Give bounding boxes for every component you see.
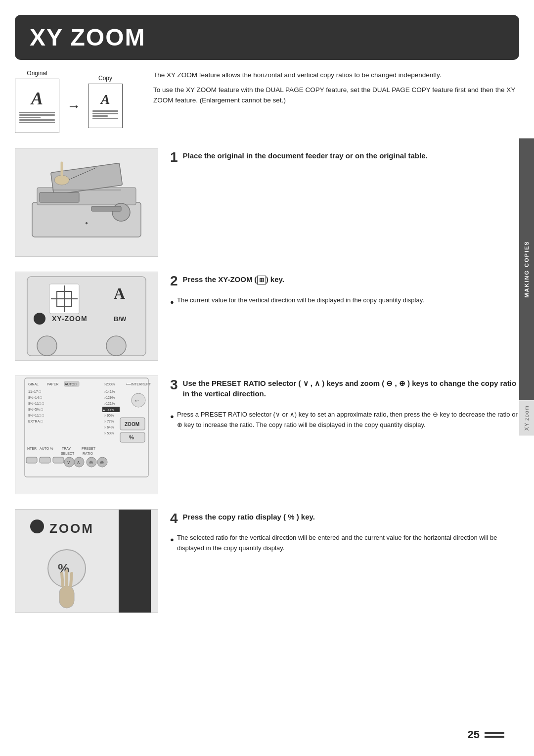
right-sidebar: MAKING COPIES XY zoom xyxy=(519,139,534,435)
step-2-content: 2 Press the XY-ZOOM (⊞) key. ● The curre… xyxy=(170,272,519,311)
doc-line xyxy=(92,113,118,114)
svg-text:⟵INTERRUPT: ⟵INTERRUPT xyxy=(126,382,151,386)
svg-text:●: ● xyxy=(85,220,88,226)
svg-text:8½×5½ □: 8½×5½ □ xyxy=(28,408,43,411)
original-doc: A xyxy=(15,79,59,133)
svg-line-76 xyxy=(71,573,72,586)
step-3-image: GINAL PAPER AUTO□ ○200% ⟵INTERRUPT 11×17… xyxy=(15,376,158,494)
desc-para-2: To use the XY ZOOM feature with the DUAL… xyxy=(153,85,519,106)
original-letter: A xyxy=(31,88,43,109)
svg-text:A: A xyxy=(114,284,125,302)
step-2-bullet-1: ● The current value for the vertical dir… xyxy=(170,295,519,308)
svg-rect-68 xyxy=(119,509,151,613)
doc-line xyxy=(19,117,41,118)
svg-line-74 xyxy=(62,573,63,586)
svg-text:GINAL: GINAL xyxy=(28,382,39,386)
copy-label: Copy xyxy=(98,75,112,82)
svg-text:○ 95%: ○ 95% xyxy=(104,414,114,417)
svg-text:B/W: B/W xyxy=(114,315,127,323)
doc-line xyxy=(19,112,55,113)
svg-text:○ 50%: ○ 50% xyxy=(104,431,114,435)
zoom-svg: ZOOM % xyxy=(22,509,151,613)
svg-text:NTER: NTER xyxy=(27,447,37,450)
svg-text:↩: ↩ xyxy=(135,398,139,403)
svg-text:○129%: ○129% xyxy=(104,396,115,399)
svg-rect-57 xyxy=(40,457,50,463)
step-2-header: 2 Press the XY-ZOOM (⊞) key. xyxy=(170,274,519,290)
ctrl-panel-svg: GINAL PAPER AUTO□ ○200% ⟵INTERRUPT 11×17… xyxy=(22,376,151,494)
svg-text:8½×11□ □: 8½×11□ □ xyxy=(28,402,44,405)
xy-zoom-svg: XY-ZOOM A B/W xyxy=(22,272,151,361)
svg-text:ZOOM: ZOOM xyxy=(49,521,94,536)
svg-text:∨: ∨ xyxy=(67,460,70,465)
step-3-header: 3 Use the PRESET RATIO selector ( ∨ , ∧ … xyxy=(170,378,519,405)
top-section: Original A → Copy A xyxy=(15,70,519,133)
doc-line xyxy=(92,118,118,119)
copy-lines xyxy=(92,109,118,120)
step-2-number: 2 xyxy=(170,274,178,288)
step-2-title: Press the XY-ZOOM (⊞) key. xyxy=(183,274,284,284)
step-4-content: 4 Press the copy ratio display ( % ) key… xyxy=(170,509,519,557)
page-bar-top xyxy=(485,732,504,734)
doc-line xyxy=(92,115,108,117)
svg-text:AUTO□: AUTO□ xyxy=(65,382,77,386)
svg-rect-58 xyxy=(53,457,64,463)
page-title: XY ZOOM xyxy=(30,24,504,51)
svg-text:8½×14 □: 8½×14 □ xyxy=(28,396,43,399)
doc-line xyxy=(92,110,118,112)
bullet-icon: ● xyxy=(170,412,174,430)
step-3-section: GINAL PAPER AUTO□ ○200% ⟵INTERRUPT 11×17… xyxy=(15,376,519,494)
svg-text:AUTO %: AUTO % xyxy=(40,447,53,450)
step-4-bullet-1: ● The selected ratio for the vertical di… xyxy=(170,533,519,554)
page-header: XY ZOOM xyxy=(15,15,519,60)
svg-text:⊖: ⊖ xyxy=(89,460,93,465)
svg-point-20 xyxy=(37,336,57,356)
bullet-icon: ● xyxy=(170,297,174,308)
svg-rect-56 xyxy=(26,457,37,463)
svg-text:⊕: ⊕ xyxy=(100,460,104,465)
page-bar-bottom xyxy=(485,736,504,738)
svg-text:PRESET: PRESET xyxy=(82,447,96,450)
step-1-content: 1 Place the original in the document fee… xyxy=(170,148,519,172)
step-1-section: ● 1 Place the original in the document f… xyxy=(15,148,519,257)
svg-text:XY-ZOOM: XY-ZOOM xyxy=(52,315,88,323)
step-2-image: XY-ZOOM A B/W xyxy=(15,272,158,361)
svg-text:○ 77%: ○ 77% xyxy=(104,420,114,423)
sidebar-xy-zoom: XY zoom xyxy=(519,400,534,435)
svg-text:○141%: ○141% xyxy=(104,390,115,393)
svg-text:○ 64%: ○ 64% xyxy=(104,425,114,429)
sidebar-making-copies: MAKING COPIES xyxy=(519,139,534,400)
svg-rect-8 xyxy=(91,206,121,211)
step-4-section: ZOOM % 4 Press the copy ratio display ( … xyxy=(15,509,519,613)
step-3-number: 3 xyxy=(170,378,178,392)
svg-text:RATIO: RATIO xyxy=(83,452,93,455)
svg-text:∧: ∧ xyxy=(77,460,80,465)
step-3-bullet-text: Press a PRESET RATIO selector (∨ or ∧) k… xyxy=(177,410,519,430)
svg-text:○121%: ○121% xyxy=(104,402,115,405)
arrow-icon: → xyxy=(67,98,81,114)
step-4-title: Press the copy ratio display ( % ) key. xyxy=(183,512,315,522)
doc-line xyxy=(19,122,55,123)
main-content: Original A → Copy A xyxy=(15,60,519,638)
svg-point-69 xyxy=(30,520,44,533)
page-number-area: 25 xyxy=(468,728,504,741)
svg-text:TRAY: TRAY xyxy=(62,447,71,450)
original-label: Original xyxy=(27,70,47,77)
svg-point-16 xyxy=(34,313,45,325)
svg-text:%: % xyxy=(129,434,134,440)
svg-point-5 xyxy=(112,203,130,221)
step-2-section: XY-ZOOM A B/W 2 Press the XY-ZOOM (⊞) ke… xyxy=(15,272,519,361)
step-1-image: ● xyxy=(15,148,158,257)
step-4-image: ZOOM % xyxy=(15,509,158,613)
svg-point-21 xyxy=(106,336,126,356)
svg-text:●100%: ●100% xyxy=(103,408,114,412)
diagram-area: Original A → Copy A xyxy=(15,70,143,133)
step-4-bullet-text: The selected ratio for the vertical dire… xyxy=(177,533,519,554)
svg-text:ZOOM: ZOOM xyxy=(125,422,139,427)
step-2-bullet-text: The current value for the vertical direc… xyxy=(177,295,424,308)
step-1-header: 1 Place the original in the document fee… xyxy=(170,150,519,167)
svg-text:SELECT: SELECT xyxy=(61,452,75,455)
svg-text:8½×11□ □: 8½×11□ □ xyxy=(28,414,44,417)
original-lines xyxy=(19,111,55,124)
copier-svg: ● xyxy=(22,153,151,252)
